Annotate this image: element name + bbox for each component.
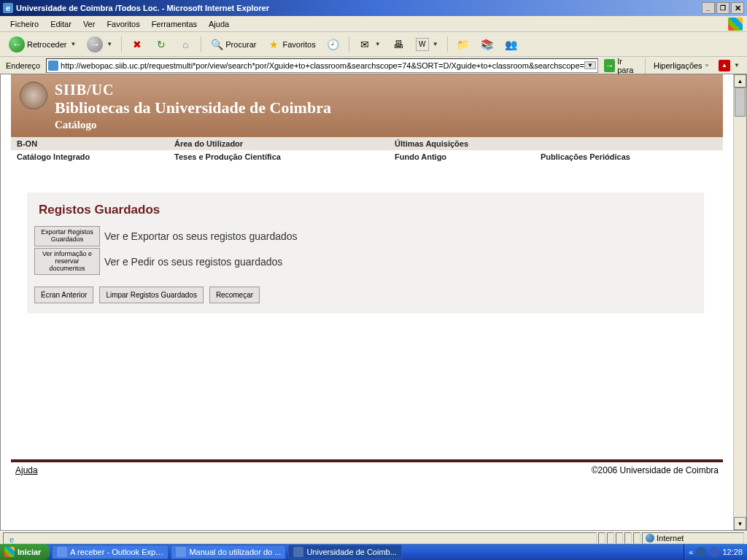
main-toolbar: ← Retroceder ▼ → ▼ ✖ ↻ ⌂ 🔍 Procurar ★ Fa… (0, 32, 747, 57)
research-icon: 📚 (481, 38, 494, 51)
back-button[interactable]: ← Retroceder ▼ (4, 35, 80, 54)
chevron-right-icon: » (705, 62, 708, 69)
footer-help-link[interactable]: Ajuda (15, 465, 38, 475)
go-button[interactable]: → Ir para (601, 58, 640, 73)
star-icon: ★ (267, 38, 280, 51)
stop-button[interactable]: ✖ (126, 35, 148, 54)
menu-favoritos[interactable]: Favoritos (101, 18, 145, 30)
minimize-button[interactable]: _ (702, 2, 715, 14)
nav-bon[interactable]: B-ON (11, 137, 169, 150)
nav-empty (535, 137, 723, 150)
mail-icon: ✉ (358, 38, 371, 51)
research-button[interactable]: 📚 (476, 35, 498, 54)
pdf-icon: ▲ (719, 60, 730, 71)
nav-publicacoes[interactable]: Publicações Periódicas (535, 150, 723, 163)
maximize-button[interactable]: ❐ (716, 2, 729, 14)
action-buttons-row: Écran Anterior Limpar Registos Guardados… (34, 287, 697, 303)
menu-ver[interactable]: Ver (77, 18, 101, 30)
windows-taskbar: Iniciar A receber - Outlook Expr... Manu… (0, 544, 747, 560)
outlook-icon (57, 547, 67, 557)
taskbar-task-outlook[interactable]: A receber - Outlook Expr... (52, 545, 169, 559)
mail-button[interactable]: ✉▼ (354, 35, 385, 54)
status-seg (633, 532, 640, 544)
messenger-icon: 👥 (505, 38, 518, 51)
go-label: Ir para (617, 57, 637, 74)
zone-label: Internet (657, 534, 684, 542)
forward-button[interactable]: → ▼ (82, 35, 117, 54)
menu-ficheiro[interactable]: Ficheiro (4, 18, 44, 30)
footer-divider (11, 459, 723, 462)
export-records-button[interactable]: Exportar Registos Guardados (34, 226, 100, 246)
task-label: Manual do utilizador do ... (189, 548, 281, 556)
view-info-button[interactable]: Ver informação e reservar documentos (34, 248, 100, 276)
back-icon: ← (9, 36, 25, 52)
nav-catalogo-integrado[interactable]: Catálogo Integrado (11, 150, 169, 163)
vertical-scrollbar[interactable]: ▲ ▼ (733, 74, 746, 530)
favorites-label: Favoritos (282, 40, 315, 49)
chevron-down-icon: ▼ (433, 41, 438, 47)
favorites-button[interactable]: ★ Favoritos (263, 35, 320, 54)
folder-button[interactable]: 📁 (452, 35, 474, 54)
menu-ferramentas[interactable]: Ferramentas (146, 18, 203, 30)
stop-icon: ✖ (131, 38, 144, 51)
footer-row: Ajuda ©2006 Universidade de Coimbra (15, 465, 719, 475)
header-line3: Catálogo (55, 119, 710, 131)
menu-ajuda[interactable]: Ajuda (203, 18, 235, 30)
nav-row-2: Catálogo Integrado Teses e Produção Cien… (11, 150, 723, 163)
messenger-button[interactable]: 👥 (500, 35, 522, 54)
previous-screen-button[interactable]: Écran Anterior (34, 287, 93, 303)
pdf-button[interactable]: ▲▼ (714, 56, 744, 75)
tray-chevron[interactable]: « (689, 548, 693, 556)
scroll-down-button[interactable]: ▼ (734, 517, 746, 530)
nav-teses[interactable]: Teses e Produção Científica (169, 150, 389, 163)
nav-ultimas-aquisicoes[interactable]: Últimas Aquisições (389, 137, 535, 150)
refresh-button[interactable]: ↻ (150, 35, 172, 54)
print-icon: 🖶 (392, 38, 405, 51)
clear-records-button[interactable]: Limpar Registos Guardados (99, 287, 204, 303)
taskbar-task-ie[interactable]: Universidade de Coimb... (288, 545, 402, 559)
toolbar-separator (121, 36, 122, 52)
edit-button[interactable]: W▼ (411, 35, 443, 54)
windows-flag-icon (4, 547, 15, 557)
page-body: SIIB/UC Bibliotecas da Universidade de C… (1, 74, 733, 530)
taskbar-task-word[interactable]: Manual do utilizador do ... (171, 545, 286, 559)
status-bar: e Internet (0, 531, 747, 544)
page-header-banner: SIIB/UC Bibliotecas da Universidade de C… (11, 74, 723, 137)
tray-icon[interactable] (696, 547, 706, 557)
address-input[interactable]: http://webopac.siib.uc.pt/requestmulti*p… (46, 58, 598, 73)
system-tray: « 12:28 (684, 544, 747, 560)
close-button[interactable]: ✕ (731, 2, 744, 14)
links-button[interactable]: Hiperligações » (651, 61, 711, 70)
window-title: Universidade de Coimbra /Todos Loc. - Mi… (16, 4, 269, 12)
ie-icon (293, 547, 303, 557)
restart-button[interactable]: Recomeçar (209, 287, 260, 303)
export-desc: Ver e Exportar os seus registos guardado… (104, 230, 298, 242)
header-line2: Bibliotecas da Universidade de Coimbra (55, 98, 710, 117)
refresh-icon: ↻ (155, 38, 168, 51)
tray-icon[interactable] (709, 547, 719, 557)
search-button[interactable]: 🔍 Procurar (206, 35, 260, 54)
home-button[interactable]: ⌂ (174, 35, 196, 54)
security-zone: Internet (642, 532, 744, 544)
start-label: Iniciar (18, 548, 41, 556)
menu-editar[interactable]: Editar (44, 18, 77, 30)
ie-icon: e (3, 3, 13, 13)
scroll-up-button[interactable]: ▲ (734, 74, 746, 88)
nav-area-utilizador[interactable]: Área do Utilizador (169, 137, 389, 150)
nav-fundo-antigo[interactable]: Fundo Antigo (389, 150, 535, 163)
saved-records-box: Registos Guardados Exportar Registos Gua… (27, 192, 704, 314)
system-clock[interactable]: 12:28 (722, 548, 743, 556)
search-label: Procurar (225, 40, 256, 49)
page-icon (48, 61, 58, 71)
go-icon: → (604, 59, 615, 72)
footer-copyright: ©2006 Universidade de Coimbra (592, 465, 719, 475)
print-button[interactable]: 🖶 (387, 35, 409, 54)
history-button[interactable]: 🕘 (322, 35, 344, 54)
start-button[interactable]: Iniciar (0, 544, 50, 560)
chevron-down-icon: ▼ (107, 41, 112, 47)
globe-icon (646, 534, 654, 542)
address-dropdown[interactable]: ▼ (584, 61, 596, 69)
status-main: e (3, 532, 597, 544)
scroll-thumb[interactable] (735, 88, 746, 117)
search-icon: 🔍 (210, 38, 223, 51)
